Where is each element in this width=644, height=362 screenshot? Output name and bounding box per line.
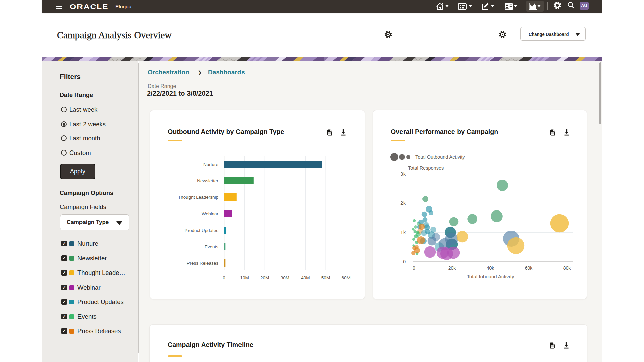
- svg-text:0: 0: [413, 265, 415, 271]
- svg-text:40M: 40M: [301, 275, 310, 280]
- svg-text:Newsletter: Newsletter: [197, 178, 218, 183]
- svg-text:20k: 20k: [448, 265, 457, 271]
- svg-text:Press Releases: Press Releases: [186, 261, 218, 266]
- svg-text:Total Inbound Activity: Total Inbound Activity: [467, 274, 514, 279]
- svg-text:Total Outbound Activity: Total Outbound Activity: [415, 154, 465, 160]
- svg-text:80k: 80k: [563, 265, 571, 271]
- svg-text:Webinar: Webinar: [202, 211, 219, 216]
- svg-text:0: 0: [223, 275, 225, 280]
- svg-text:20M: 20M: [260, 275, 269, 280]
- svg-text:Thought Leadership: Thought Leadership: [178, 195, 218, 200]
- svg-text:Total Responses: Total Responses: [408, 165, 444, 171]
- svg-text:1k: 1k: [400, 230, 406, 235]
- svg-text:60M: 60M: [341, 275, 350, 280]
- svg-text:30M: 30M: [281, 275, 289, 280]
- svg-text:40k: 40k: [487, 265, 495, 271]
- svg-text:Nurture: Nurture: [203, 162, 218, 167]
- svg-text:60k: 60k: [525, 265, 533, 271]
- svg-text:10M: 10M: [240, 275, 249, 280]
- svg-text:50M: 50M: [321, 275, 330, 280]
- svg-text:Events: Events: [205, 244, 219, 249]
- svg-text:2k: 2k: [400, 200, 406, 206]
- svg-text:3k: 3k: [400, 171, 406, 177]
- svg-text:Product Updates: Product Updates: [184, 228, 218, 233]
- svg-text:0: 0: [403, 259, 406, 264]
